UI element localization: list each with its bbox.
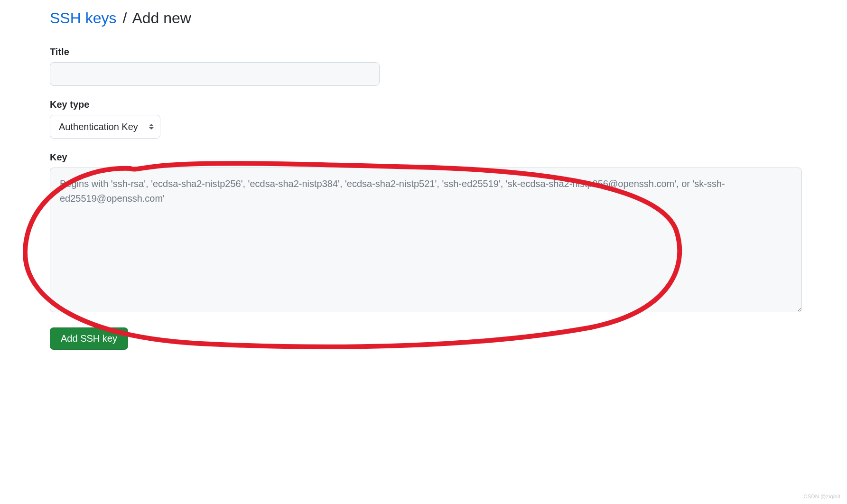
title-label: Title (50, 47, 802, 57)
form-group-key: Key (50, 152, 802, 314)
breadcrumb-current: Add new (132, 9, 191, 27)
add-ssh-key-button[interactable]: Add SSH key (50, 327, 128, 350)
key-type-select[interactable]: Authentication Key (50, 115, 160, 139)
key-label: Key (50, 152, 802, 163)
breadcrumb-separator: / (122, 9, 127, 27)
breadcrumb-link-ssh-keys[interactable]: SSH keys (50, 9, 116, 27)
page-container: SSH keys / Add new Title Key type Authen… (50, 9, 802, 350)
form-group-title: Title (50, 47, 802, 86)
form-group-key-type: Key type Authentication Key (50, 99, 802, 139)
key-type-select-wrapper: Authentication Key (50, 115, 160, 139)
key-textarea[interactable] (50, 168, 802, 312)
key-type-label: Key type (50, 99, 802, 110)
breadcrumb: SSH keys / Add new (50, 9, 802, 33)
title-input[interactable] (50, 62, 380, 86)
